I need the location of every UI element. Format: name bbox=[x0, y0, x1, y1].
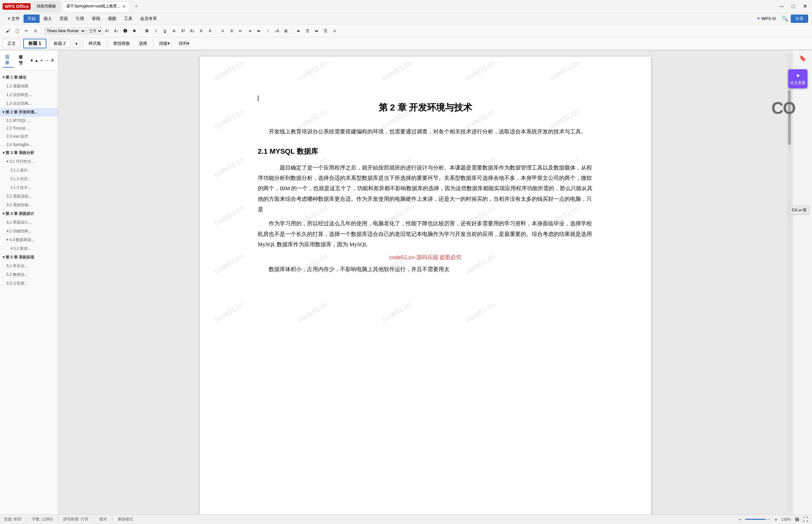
line-spacing-button[interactable]: ↕ bbox=[264, 27, 272, 35]
table-insert-button[interactable]: ⊞ bbox=[282, 27, 290, 35]
doc-area[interactable]: code51.cn code51.cn code51.cn code51.cn … bbox=[58, 50, 793, 521]
sidebar-tab-toc[interactable]: 目录 bbox=[3, 53, 14, 68]
select-btn[interactable]: 选择 bbox=[136, 39, 150, 48]
zoom-in-button[interactable]: + bbox=[775, 517, 777, 522]
align-right-btn[interactable]: ➡ bbox=[312, 27, 320, 35]
italic-button[interactable]: I bbox=[152, 27, 160, 35]
scrollbar-track[interactable] bbox=[788, 53, 791, 511]
style-heading2-btn[interactable]: 标题 2 bbox=[49, 39, 70, 48]
sidebar-collapse-btn[interactable]: − bbox=[45, 57, 49, 64]
sidebar-item-3-1-2[interactable]: 3.1.2 经济... bbox=[0, 175, 58, 183]
justify-btn[interactable]: ☰ bbox=[321, 27, 330, 35]
sidebar-item-2-1[interactable]: 2.1 MYSQL ... bbox=[0, 117, 58, 125]
sidebar-item-3-1-1[interactable]: 3.1.1 操作... bbox=[0, 166, 58, 175]
font-size-select[interactable]: 三号 bbox=[86, 28, 102, 34]
bold-button[interactable]: B bbox=[143, 27, 151, 35]
cut-button[interactable]: ✂ bbox=[22, 27, 31, 35]
maximize-button[interactable]: □ bbox=[789, 2, 798, 11]
sidebar-close-btn[interactable]: ✕ bbox=[50, 57, 55, 64]
menu-reference[interactable]: 引用 bbox=[72, 15, 88, 23]
tab-templates[interactable]: 找稿壳模板 bbox=[33, 1, 60, 12]
sidebar-item-3-1-3[interactable]: 3.1.3 技术... bbox=[0, 183, 58, 192]
close-button[interactable]: ✕ bbox=[800, 2, 809, 11]
bookmark-button[interactable]: 🔖 bbox=[795, 53, 811, 64]
menu-insert[interactable]: 插入 bbox=[40, 15, 56, 23]
sidebar-item-ch1[interactable]: ▾ 第 1 章 绪论 bbox=[0, 73, 58, 82]
sidebar-add-btn[interactable]: + bbox=[40, 57, 44, 64]
align-center-btn[interactable]: ☰ bbox=[303, 27, 312, 35]
indent-left-button[interactable]: ⇤ bbox=[236, 27, 245, 35]
align-left-button[interactable]: ⬅ bbox=[254, 27, 263, 35]
sidebar-item-1-2[interactable]: 1.2 目的和意... bbox=[0, 91, 58, 99]
sidebar-down-btn[interactable]: ▾ bbox=[30, 57, 34, 64]
find-replace-btn[interactable]: 查找替换 bbox=[110, 39, 133, 48]
menu-review[interactable]: 审阅 bbox=[88, 15, 104, 23]
numbered-list-button[interactable]: ① bbox=[228, 27, 236, 35]
strikethrough-button[interactable]: A bbox=[170, 27, 178, 35]
style-normal-btn[interactable]: 正文 bbox=[3, 39, 21, 48]
distributed-btn[interactable]: ≡ bbox=[330, 27, 339, 35]
lunwen-chachong-button[interactable]: ✦ 论文查重 bbox=[788, 69, 808, 88]
indent-right-button[interactable]: ⇥ bbox=[246, 27, 254, 35]
font-color-btn[interactable]: 🅐 bbox=[121, 27, 130, 35]
style-set-btn[interactable]: 样式集 bbox=[85, 39, 104, 48]
sidebar-item-3-2[interactable]: 3.2 系统流程... bbox=[0, 192, 58, 201]
paste-button[interactable]: 📋 bbox=[13, 27, 21, 35]
font-size-up-button[interactable]: A↑ bbox=[103, 27, 112, 35]
underline-button[interactable]: U bbox=[161, 27, 169, 35]
sidebar-item-2-3[interactable]: 2.3 vue 技术 bbox=[0, 132, 58, 141]
sidebar-item-3-1[interactable]: ▾ 3.1 可行性分... bbox=[0, 157, 58, 166]
typeset-btn[interactable]: 排版▾ bbox=[156, 39, 173, 48]
sidebar-item-ch2[interactable]: ▾ 第 2 章 开发环境... bbox=[0, 108, 58, 117]
align-left-btn[interactable]: ⬅ bbox=[294, 27, 302, 35]
clear-format-button[interactable]: ✖ bbox=[130, 27, 138, 35]
format-brush-button[interactable]: 🖌 bbox=[4, 27, 12, 35]
sidebar-item-4-2[interactable]: 4.2 功能结构... bbox=[0, 227, 58, 235]
sidebar-item-1-1[interactable]: 1.1 选题动因 bbox=[0, 82, 58, 91]
sidebar-item-4-3[interactable]: ▾ 4.3 数据库设... bbox=[0, 235, 58, 244]
font-color-button[interactable]: A bbox=[206, 27, 214, 35]
sidebar-item-4-3-2[interactable]: 4.3.2 数据... bbox=[0, 244, 58, 253]
superscript-button[interactable]: X² bbox=[179, 27, 187, 35]
sidebar-tab-chapter[interactable]: 章节 bbox=[16, 53, 27, 67]
check-label[interactable]: 校对 bbox=[99, 517, 107, 522]
sidebar-item-ch4[interactable]: ▾ 第 4 章 系统设计 bbox=[0, 210, 58, 218]
menu-vip[interactable]: 会员专享 bbox=[136, 15, 161, 23]
menu-file[interactable]: ≡ 文件 bbox=[4, 15, 23, 23]
sidebar-item-ch5[interactable]: ▾ 第 5 章 系统实现 bbox=[0, 253, 58, 262]
menu-tools[interactable]: 工具 bbox=[120, 15, 136, 23]
sidebar-item-2-2[interactable]: 2.2 Tomcat ... bbox=[0, 125, 58, 132]
language-toggle-badge[interactable]: CH ⇌ 简 bbox=[789, 206, 809, 215]
subscript-button[interactable]: X₂ bbox=[188, 27, 196, 35]
menu-view[interactable]: 视图 bbox=[104, 15, 120, 23]
sidebar-item-1-3[interactable]: 1.3 论文结构... bbox=[0, 99, 58, 108]
font-family-select[interactable]: Times New Roman bbox=[44, 28, 86, 34]
spell-check-info[interactable]: 拼写检查: 打开 bbox=[63, 517, 88, 522]
sidebar-item-5-2[interactable]: 5.2 教师信... bbox=[0, 271, 58, 279]
bullet-list-button[interactable]: ≡ bbox=[218, 27, 227, 35]
tab-document[interactable]: 基于Springboot+vue线上教育... ✕ bbox=[62, 1, 130, 12]
sidebar-item-4-1[interactable]: 4.1 界面设计... bbox=[0, 218, 58, 227]
sidebar-item-ch3[interactable]: ▾ 第 3 章 系统分析 bbox=[0, 149, 58, 157]
tab-add-button[interactable]: + bbox=[132, 3, 140, 10]
sort-button[interactable]: ↓A bbox=[272, 27, 281, 35]
style-heading1-btn[interactable]: 标题 1 bbox=[23, 39, 46, 48]
tab-close-icon[interactable]: ✕ bbox=[122, 4, 126, 9]
view-mode-button[interactable]: ⊞ bbox=[795, 516, 799, 522]
zoom-out-button[interactable]: − bbox=[739, 517, 741, 522]
font-size-down-button[interactable]: A↓ bbox=[112, 27, 120, 35]
menu-page[interactable]: 页面 bbox=[56, 15, 72, 23]
arrange-btn[interactable]: 排列▾ bbox=[176, 39, 193, 48]
share-button[interactable]: 分享 bbox=[791, 15, 808, 23]
font-highlight-button[interactable]: A bbox=[197, 27, 205, 35]
sidebar-item-3-3[interactable]: 3.3 系统性能... bbox=[0, 201, 58, 210]
menu-start[interactable]: 开始 bbox=[23, 15, 40, 23]
sidebar-item-5-1[interactable]: 5.1 学生信... bbox=[0, 262, 58, 271]
wps-ai-button[interactable]: ✦ WPS AI bbox=[753, 15, 779, 22]
search-icon[interactable]: 🔍 bbox=[782, 15, 788, 21]
sidebar-up-btn[interactable]: ▴ bbox=[35, 57, 38, 64]
fullscreen-button[interactable]: ⛶ bbox=[803, 517, 808, 522]
zoom-slider[interactable] bbox=[745, 519, 771, 520]
style-more-btn[interactable]: ▾ bbox=[73, 39, 80, 48]
sidebar-item-5-3[interactable]: 5.3 公告类... bbox=[0, 279, 58, 288]
